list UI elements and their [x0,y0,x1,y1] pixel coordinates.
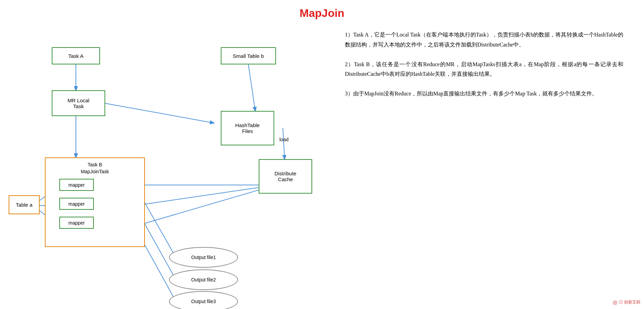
svg-line-2 [248,64,255,111]
svg-line-6 [135,185,276,206]
task-a-box: Task A [52,47,100,64]
task-b-outer-box: Task B MapJoinTask mapper mapper mapper [45,157,145,247]
load-label: load [279,137,288,142]
mapper1-box: mapper [59,179,94,191]
mapper3-box: mapper [59,217,94,229]
mapper2-box: mapper [59,198,94,210]
svg-line-1 [105,103,214,123]
text-area: 1）Task A，它是一个Local Task（在客户端本地执行的Task），负… [335,23,637,309]
svg-line-7 [135,185,276,226]
mr-local-task-box: MR Local Task [52,90,105,116]
small-table-b-box: Small Table b [221,47,276,64]
watermark: ◎ ◎ 创新互联 [613,299,641,306]
diagram-area: Task A Small Table b MR Local Task HashT… [7,23,335,309]
output-file1-ellipse: Output file1 [169,247,238,268]
svg-line-3 [283,128,285,159]
table-a-box: Table a [9,195,40,214]
text-para-3: 3）由于MapJoin没有Reduce，所以由Map直接输出结果文件，有多少个M… [345,89,623,99]
hashtable-files-box: HashTable Files [221,111,274,145]
text-para-2: 2）Task B，该任务是一个没有Reduce的MR，启动MapTasks扫描大… [345,60,623,80]
page-title: MapJoin [0,0,644,23]
task-b-label: Task B MapJoinTask [46,162,144,175]
output-file3-ellipse: Output file3 [169,291,238,309]
text-para-1: 1）Task A，它是一个Local Task（在客户端本地执行的Task），负… [345,30,623,50]
distribute-cache-box: Distribute Cache [259,159,312,194]
output-file2-ellipse: Output file2 [169,269,238,290]
